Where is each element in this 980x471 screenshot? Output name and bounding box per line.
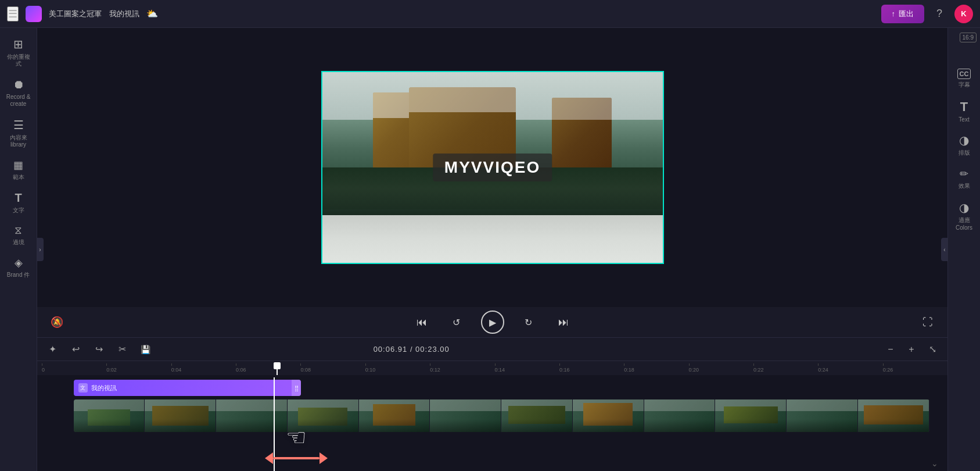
- content-library-icon: ☰: [13, 118, 24, 132]
- ruler-mark-14: 0:14: [495, 367, 559, 373]
- audio-panel-icon: ◑: [959, 133, 969, 147]
- right-sidebar-item-text[interactable]: T Text: [950, 95, 979, 127]
- tree-1: [88, 409, 130, 426]
- right-sidebar-item-colors[interactable]: ◑ 適應Colors: [950, 196, 979, 236]
- preview-area: MYVVIQEO: [37, 28, 947, 307]
- ruler-mark-10: 0:10: [365, 367, 430, 373]
- filmstrip-frame-2: [145, 399, 216, 432]
- right-sidebar-collapse-button[interactable]: ‹: [941, 238, 948, 261]
- filmstrip-frame-9: [644, 399, 716, 432]
- video-title-overlay: MYVVIQEO: [433, 154, 552, 181]
- snow-11: [787, 399, 857, 411]
- play-button[interactable]: ▶: [481, 311, 504, 334]
- right-sidebar-item-cc[interactable]: CC 字幕: [950, 64, 979, 94]
- filmstrip-frame-12: [858, 399, 929, 432]
- colors-panel-icon: ◑: [959, 201, 969, 215]
- timeline-time-display: 00:06.91 / 00:23.00: [374, 345, 450, 354]
- help-button[interactable]: ?: [930, 5, 949, 23]
- skip-start-icon: ⏮: [417, 316, 427, 329]
- zoom-in-button[interactable]: +: [903, 341, 920, 358]
- filmstrip-frame-1: [74, 399, 145, 432]
- colors-panel-label: 適應Colors: [956, 216, 972, 231]
- templates-label: 範本: [13, 174, 24, 181]
- undo-button[interactable]: ↩: [67, 341, 84, 358]
- snow-rock-right: [552, 98, 612, 120]
- ruler-mark-12: 0:12: [430, 367, 494, 373]
- topbar-right: ↑ 匯出 ? K: [881, 5, 974, 23]
- snow-3: [216, 399, 287, 411]
- audio-panel-label: 排版: [959, 149, 970, 157]
- text-label: 文字: [13, 207, 24, 214]
- filmstrip-frame-8: [573, 399, 644, 432]
- timeline-zoom-controls: − + ⤡: [882, 341, 940, 358]
- skip-to-start-button[interactable]: ⏮: [411, 312, 432, 333]
- export-button[interactable]: ↑ 匯出: [881, 5, 925, 23]
- right-sidebar-item-effects[interactable]: ✏ 效果: [950, 163, 979, 195]
- sidebar-item-your-styles[interactable]: ⊞ 你的重複式: [2, 33, 35, 72]
- menu-button[interactable]: ☰: [7, 6, 19, 22]
- tree-7: [508, 406, 565, 424]
- ruler-mark-2: 0:02: [106, 367, 171, 373]
- avatar[interactable]: K: [954, 5, 973, 23]
- timeline-collapse-button[interactable]: ⌄: [931, 458, 938, 469]
- export-label: 匯出: [899, 9, 914, 19]
- cut-icon: ✂: [119, 344, 126, 355]
- playhead-ruler-marker: [274, 361, 281, 375]
- fullscreen-button[interactable]: ⛶: [917, 312, 938, 333]
- sidebar-item-content-library[interactable]: ☰ 內容來library: [2, 113, 35, 153]
- skip-end-icon: ⏭: [558, 316, 569, 329]
- record-label: Record &create: [6, 94, 31, 108]
- rock-8: [583, 403, 633, 426]
- snow-ground: [322, 215, 663, 263]
- filmstrip-frame-3: [216, 399, 288, 432]
- drag-arrow-left-icon: [265, 452, 273, 464]
- timeline-ruler: 0 0:02 0:04 0:06 0:08 0:10 0:12 0:14 0:1…: [37, 361, 947, 375]
- ruler-mark-18: 0:18: [624, 367, 688, 373]
- timeline-toolbar: ✦ ↩ ↪ ✂ 💾 00:06.91 / 00:23.00: [37, 338, 947, 361]
- drag-arrow-right-icon: [320, 452, 328, 464]
- zoom-fit-button[interactable]: ⤡: [924, 341, 940, 358]
- templates-icon: ▦: [13, 159, 23, 172]
- sidebar-item-templates[interactable]: ▦ 範本: [2, 154, 35, 185]
- rock-right: [552, 98, 612, 176]
- ruler-mark-8: 0:08: [300, 367, 365, 373]
- zoom-out-button[interactable]: −: [882, 341, 899, 358]
- text-clip[interactable]: 文 我的視訊 ⣿: [74, 380, 301, 396]
- mute-button[interactable]: 🔕: [46, 312, 67, 333]
- clip-end-handle[interactable]: ⣿: [292, 380, 301, 396]
- timeline-content[interactable]: 文 我的視訊 ⣿: [37, 375, 947, 471]
- save-timeline-button[interactable]: 💾: [137, 341, 153, 358]
- forward-5s-button[interactable]: ↻: [518, 312, 539, 333]
- left-sidebar-collapse-button[interactable]: ›: [37, 238, 44, 261]
- aspect-ratio-container: 16:9: [960, 33, 977, 44]
- topbar: ☰ 美工圖案之冠軍 我的視訊 ⛅ ↑ 匯出 ? K: [0, 0, 980, 28]
- snow-9: [644, 399, 715, 411]
- replay-5s-button[interactable]: ↺: [446, 312, 467, 333]
- sidebar-item-brand[interactable]: ◈ Brand 件: [2, 252, 35, 283]
- forward-icon: ↻: [525, 317, 532, 328]
- cut-button[interactable]: ✂: [114, 341, 130, 358]
- ruler-mark-0: 0: [42, 367, 106, 373]
- play-icon: ▶: [489, 317, 496, 328]
- text-panel-icon: T: [960, 99, 968, 115]
- brand-icon: ◈: [15, 256, 23, 269]
- skip-to-end-button[interactable]: ⏭: [553, 312, 574, 333]
- video-title-text: MYVVIQEO: [444, 158, 540, 176]
- sidebar-item-text[interactable]: T 文字: [2, 187, 35, 219]
- sidebar-item-record[interactable]: ⏺ Record &create: [2, 73, 35, 112]
- effects-panel-label: 效果: [959, 182, 970, 190]
- video-filmstrip[interactable]: [74, 399, 929, 432]
- select-tool-button[interactable]: ✦: [44, 341, 60, 358]
- redo-button[interactable]: ↪: [91, 341, 107, 358]
- snow-rock-center: [409, 87, 516, 112]
- sidebar-item-transitions[interactable]: ⧖ 過境: [2, 220, 35, 251]
- ruler-mark-20: 0:20: [689, 367, 753, 373]
- export-icon: ↑: [892, 9, 896, 18]
- text-clip-icon: 文: [78, 383, 88, 392]
- video-frame[interactable]: MYVVIQEO: [321, 71, 664, 264]
- project-title: 美工圖案之冠軍 我的視訊: [49, 9, 139, 19]
- collapse-chevron-right-icon: ›: [39, 247, 41, 253]
- your-styles-icon: ⊞: [13, 37, 23, 51]
- right-sidebar-item-audio[interactable]: ◑ 排版: [950, 129, 979, 162]
- aspect-ratio-display[interactable]: 16:9: [960, 33, 977, 42]
